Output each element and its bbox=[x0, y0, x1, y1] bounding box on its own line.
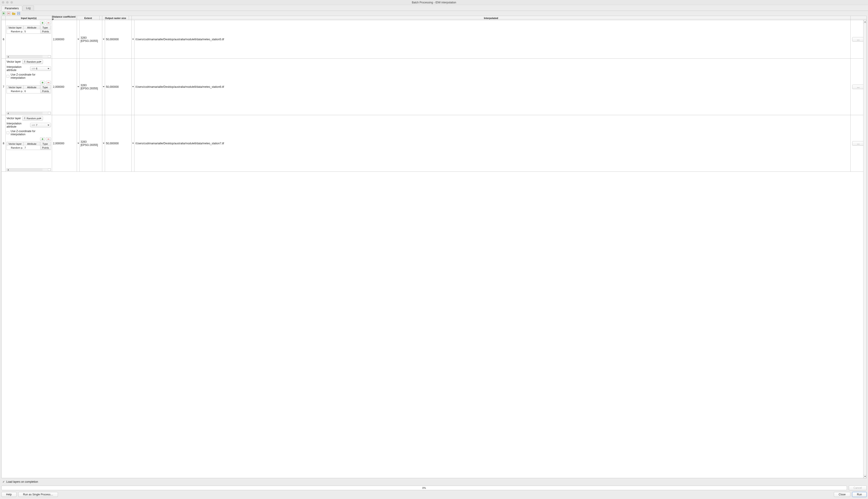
raster-autofill-dropdown[interactable] bbox=[132, 59, 134, 115]
remove-layer-icon[interactable] bbox=[46, 137, 51, 141]
distance-cell[interactable]: 2,000000 bbox=[52, 59, 77, 115]
use-z-checkbox bbox=[7, 131, 9, 134]
browse-button[interactable]: … bbox=[852, 141, 865, 146]
output-path-cell[interactable]: /Users/codrinamariailie/Desktop/australi… bbox=[134, 20, 851, 58]
load-layers-checkbox[interactable]: ✓ bbox=[2, 480, 5, 483]
mt-head-attr: Attribute bbox=[24, 26, 40, 29]
col-header-input[interactable]: Input layer(s) bbox=[6, 16, 52, 20]
mt-head-type: Type bbox=[40, 26, 50, 29]
col-header-browse bbox=[851, 16, 866, 20]
row-number[interactable]: 7 bbox=[2, 59, 6, 115]
distance-cell[interactable]: 2,000000 bbox=[52, 115, 77, 171]
add-layer-icon[interactable] bbox=[40, 137, 45, 141]
type-dropdown[interactable]: Points bbox=[40, 146, 50, 149]
output-path-cell[interactable]: /Users/codrinamariailie/Desktop/australi… bbox=[134, 115, 851, 171]
interp-attr-label: Interpolation attribute bbox=[7, 65, 29, 72]
vector-layer-select[interactable]: ⠿Random poi bbox=[22, 60, 43, 64]
col-header-extent[interactable]: Extent bbox=[77, 16, 99, 20]
progress-bar: 0% bbox=[1, 486, 847, 490]
col-header-rownum bbox=[2, 16, 6, 20]
interp-attr-select[interactable]: 1236 bbox=[30, 66, 51, 71]
input-hscroll[interactable] bbox=[7, 168, 51, 171]
save-icon[interactable] bbox=[17, 12, 20, 15]
type-dropdown[interactable]: Points bbox=[40, 29, 50, 33]
mt-head-attr: Attribute bbox=[24, 142, 40, 146]
load-layers-label: Load layers on completion bbox=[6, 480, 38, 483]
extent-autofill-dropdown[interactable] bbox=[102, 115, 105, 171]
vector-layer-label: Vector layer bbox=[7, 60, 21, 63]
grid-row: 7Vector layer⠿Random poiInterpolation at… bbox=[2, 59, 866, 115]
raster-size-cell[interactable]: 50,000000 bbox=[105, 20, 132, 58]
extent-cell[interactable]: 3283 [EPSG:28355] bbox=[80, 115, 102, 171]
tab-parameters[interactable]: Parameters bbox=[1, 6, 22, 11]
bottom-button-row: Help Run as Single Process… Close Run bbox=[1, 492, 867, 497]
mt-head-vector: Vector layer bbox=[7, 26, 24, 29]
row-number[interactable]: 8 bbox=[2, 115, 6, 171]
grid-vertical-scrollbar[interactable] bbox=[863, 20, 866, 478]
number-type-icon: 123 bbox=[32, 68, 35, 70]
input-layers-cell: Vector layer⠿Random poiInterpolation att… bbox=[6, 115, 52, 171]
layer-table-row[interactable]: Random p…7Points bbox=[7, 146, 51, 150]
raster-autofill-dropdown[interactable] bbox=[132, 20, 134, 58]
col-header-distance[interactable]: Distance coefficient P bbox=[52, 16, 77, 20]
distance-autofill-dropdown[interactable] bbox=[77, 59, 80, 115]
use-z-checkbox bbox=[7, 75, 9, 77]
output-path-cell[interactable]: /Users/codrinamariailie/Desktop/australi… bbox=[134, 59, 851, 115]
remove-layer-icon[interactable] bbox=[46, 21, 51, 25]
scroll-up-icon[interactable] bbox=[864, 20, 866, 23]
interp-attr-label: Interpolation attribute bbox=[7, 122, 29, 128]
remove-layer-icon[interactable] bbox=[46, 81, 51, 84]
extent-autofill-dropdown[interactable] bbox=[102, 20, 105, 58]
input-layers-cell: Vector layer⠿Random poiInterpolation att… bbox=[6, 59, 52, 115]
tab-log[interactable]: Log bbox=[23, 5, 34, 11]
layer-table: Vector layerAttributeTypeRandom p…6Point… bbox=[7, 85, 51, 94]
column-header-row: Input layer(s) Distance coefficient P Ex… bbox=[2, 16, 866, 20]
add-row-icon[interactable] bbox=[2, 12, 5, 15]
scroll-down-icon[interactable] bbox=[864, 475, 866, 478]
batch-toolbar bbox=[0, 11, 868, 16]
layer-table-row[interactable]: Random p…5Points bbox=[7, 29, 51, 34]
raster-size-cell[interactable]: 50,000000 bbox=[105, 115, 132, 171]
input-layers-cell: Vector layerAttributeTypeRandom p…5Point… bbox=[6, 20, 52, 58]
add-layer-icon[interactable] bbox=[40, 21, 45, 25]
extent-cell[interactable]: 3283 [EPSG:28355] bbox=[80, 20, 102, 58]
extent-cell[interactable]: 3283 [EPSG:28355] bbox=[80, 59, 102, 115]
grid-row: 6Vector layerAttributeTypeRandom p…5Poin… bbox=[2, 20, 866, 59]
mt-head-type: Type bbox=[40, 85, 50, 89]
remove-row-icon[interactable] bbox=[7, 12, 10, 15]
raster-autofill-dropdown[interactable] bbox=[132, 115, 134, 171]
row-number[interactable]: 6 bbox=[2, 20, 6, 58]
layer-table: Vector layerAttributeTypeRandom p…5Point… bbox=[7, 26, 51, 34]
vector-layer-select[interactable]: ⠿Random poi bbox=[22, 116, 43, 121]
browse-button[interactable]: … bbox=[852, 37, 865, 41]
window-titlebar: Batch Processing - IDW interpolation bbox=[0, 0, 868, 5]
raster-size-cell[interactable]: 50,000000 bbox=[105, 59, 132, 115]
type-dropdown[interactable]: Points bbox=[40, 89, 50, 93]
interp-attr-select[interactable]: 1237 bbox=[30, 123, 51, 127]
points-icon: ⠿ bbox=[24, 60, 26, 63]
extent-autofill-dropdown[interactable] bbox=[102, 59, 105, 115]
points-icon: ⠿ bbox=[24, 117, 26, 120]
browse-button[interactable]: … bbox=[852, 85, 865, 89]
distance-cell[interactable]: 2,000000 bbox=[52, 20, 77, 58]
layer-table-row[interactable]: Random p…6Points bbox=[7, 89, 51, 93]
close-button[interactable]: Close bbox=[834, 492, 851, 497]
col-header-raster[interactable]: Output raster size bbox=[102, 16, 129, 20]
svg-rect-7 bbox=[18, 12, 20, 13]
run-single-button[interactable]: Run as Single Process… bbox=[18, 492, 58, 497]
mt-head-vector: Vector layer bbox=[7, 142, 24, 146]
run-button[interactable]: Run bbox=[852, 492, 867, 497]
cancel-button: Cancel bbox=[849, 485, 867, 490]
distance-autofill-dropdown[interactable] bbox=[77, 20, 80, 58]
distance-autofill-dropdown[interactable] bbox=[77, 115, 80, 171]
svg-rect-6 bbox=[18, 14, 20, 15]
input-hscroll[interactable] bbox=[7, 112, 51, 114]
open-folder-icon[interactable] bbox=[12, 12, 15, 15]
add-layer-icon[interactable] bbox=[40, 81, 45, 84]
input-hscroll[interactable] bbox=[7, 55, 51, 58]
progress-row: 0% Cancel bbox=[1, 485, 867, 490]
grid-body: 6Vector layerAttributeTypeRandom p…5Poin… bbox=[2, 20, 866, 478]
help-button[interactable]: Help bbox=[1, 492, 16, 497]
vector-layer-label: Vector layer bbox=[7, 117, 21, 120]
col-header-interpolated[interactable]: Interpolated bbox=[132, 16, 851, 20]
